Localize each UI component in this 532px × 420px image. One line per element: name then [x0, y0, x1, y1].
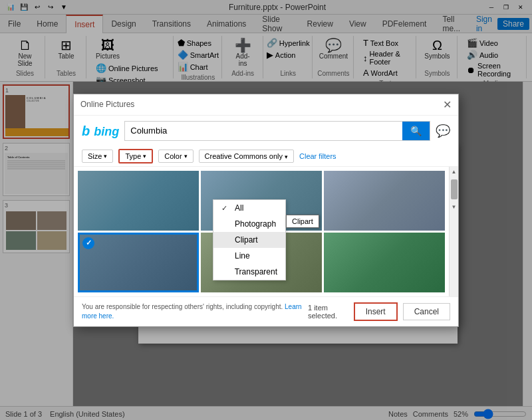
dropdown-item-line[interactable]: Line — [213, 248, 285, 264]
dropdown-label-photograph: Photograph — [235, 219, 276, 229]
clear-filters-link[interactable]: Clear filters — [299, 152, 336, 160]
dropdown-item-photograph[interactable]: Photograph — [213, 216, 285, 232]
bing-dialog: Online Pictures ✕ b bing 🔍 💬 Size ▾ Type — [73, 94, 459, 327]
filter-bar: Size ▾ Type ▾ Color ▾ Creative Commons o… — [74, 146, 458, 167]
image-item-4[interactable]: ✓ — [78, 233, 199, 292]
clipart-tooltip: Clipart — [286, 215, 319, 228]
bing-search-input[interactable] — [125, 122, 402, 140]
type-filter-label: Type — [125, 152, 141, 160]
dropdown-item-transparent[interactable]: Transparent — [213, 264, 285, 280]
size-filter-label: Size — [88, 152, 102, 160]
size-filter-arrow: ▾ — [104, 153, 107, 159]
footer-note: You are responsible for respecting other… — [82, 302, 308, 321]
dialog-footer: You are responsible for respecting other… — [74, 296, 458, 326]
bing-logo: b bing — [82, 122, 119, 140]
scroll-down-button[interactable]: ▼ — [450, 202, 458, 212]
color-filter-button[interactable]: Color ▾ — [158, 150, 193, 163]
bing-search-button[interactable]: 🔍 — [402, 122, 430, 140]
footer-actions: 1 item selected. Insert Cancel — [308, 302, 450, 321]
check-all: ✓ — [221, 204, 231, 213]
dropdown-label-all: All — [235, 203, 243, 213]
scroll-thumb[interactable] — [451, 179, 458, 199]
bing-search-box: 🔍 — [124, 121, 430, 141]
footer-note-text: You are responsible for respecting other… — [82, 303, 283, 310]
dialog-close-button[interactable]: ✕ — [443, 98, 452, 111]
dropdown-label-line: Line — [235, 251, 250, 261]
selected-checkmark: ✓ — [82, 237, 94, 249]
scroll-up-button[interactable]: ▲ — [450, 167, 458, 177]
type-filter-arrow: ▾ — [143, 153, 146, 159]
color-filter-label: Color — [164, 152, 182, 160]
cancel-button[interactable]: Cancel — [403, 303, 450, 320]
selected-count: 1 item selected. — [308, 304, 348, 320]
type-dropdown: ✓ All Photograph Clipart Line Transparen… — [213, 199, 286, 280]
creative-commons-filter[interactable]: Creative Commons only ▾ — [199, 150, 294, 163]
images-scrollbar[interactable]: ▲ ▼ — [449, 167, 458, 296]
image-item-1[interactable] — [78, 171, 199, 231]
image-item-3[interactable] — [324, 171, 445, 231]
dropdown-label-clipart: Clipart — [235, 235, 258, 245]
dialog-overlay: Online Pictures ✕ b bing 🔍 💬 Size ▾ Type — [0, 0, 532, 420]
size-filter-button[interactable]: Size ▾ — [82, 150, 113, 163]
insert-button[interactable]: Insert — [354, 302, 398, 321]
bing-header: b bing 🔍 💬 — [74, 116, 458, 146]
dialog-title-label: Online Pictures — [80, 100, 134, 109]
type-filter-button[interactable]: Type ▾ — [118, 149, 153, 163]
creative-filter-arrow: ▾ — [285, 154, 288, 160]
dropdown-item-all[interactable]: ✓ All — [213, 200, 285, 216]
creative-commons-label: Creative Commons only — [205, 152, 283, 160]
color-filter-arrow: ▾ — [184, 153, 188, 159]
image-item-6[interactable] — [324, 233, 445, 292]
dropdown-label-transparent: Transparent — [235, 267, 277, 276]
bing-message-icon[interactable]: 💬 — [436, 124, 450, 138]
dialog-titlebar: Online Pictures ✕ — [74, 94, 458, 116]
dropdown-item-clipart[interactable]: Clipart — [213, 232, 285, 248]
clipart-tooltip-text: Clipart — [292, 217, 313, 225]
